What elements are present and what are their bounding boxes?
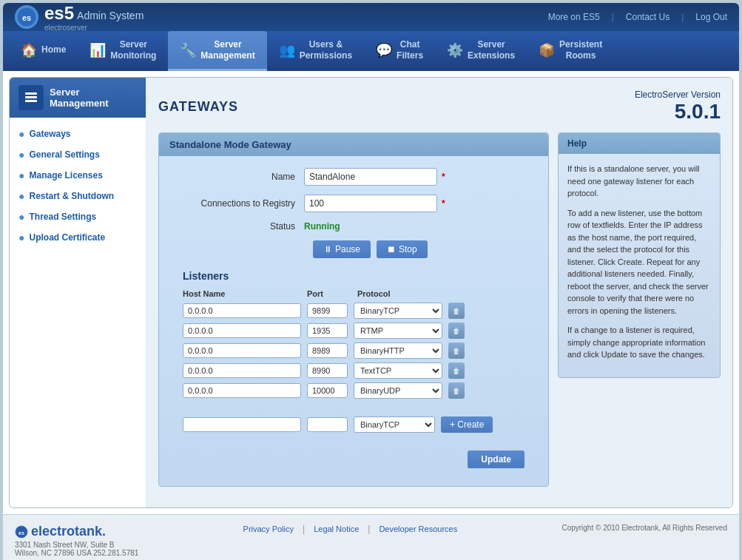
add-port-input[interactable] <box>307 417 348 432</box>
home-icon: 🏠 <box>21 42 37 58</box>
tab-monitoring-label: ServerMonitoring <box>110 39 156 61</box>
footer-left: es electrotank. 3301 Nash Street NW, Sui… <box>15 524 138 557</box>
add-protocol-select[interactable]: BinaryTCP RTMP BinaryHTTP TextTCP Binary… <box>354 416 435 433</box>
listener-host-input[interactable] <box>183 383 301 398</box>
delete-listener-button[interactable]: 🗑 <box>448 323 465 339</box>
sidebar-nav: ● Gateways ● General Settings ● Manage L… <box>10 118 146 254</box>
listener-protocol-select[interactable]: BinaryTCPRTMPBinaryHTTPTextTCPBinaryUDPT… <box>354 323 442 339</box>
logo-text-area: es5 Admin System electroserver <box>44 3 144 32</box>
users-icon: 👥 <box>279 42 295 58</box>
help-panel: Help If this is a standalone server, you… <box>558 132 721 378</box>
content-flex: Standalone Mode Gateway Name * Connectio… <box>158 132 721 496</box>
action-buttons: ⏸ Pause ⏹ Stop <box>304 240 536 258</box>
tab-server-extensions[interactable]: ⚙️ ServerExtensions <box>435 31 527 71</box>
add-host-input[interactable] <box>183 417 301 432</box>
link-legal[interactable]: Legal Notice <box>314 524 359 533</box>
tab-extensions-label: ServerExtensions <box>468 39 515 61</box>
footer-logo: es electrotank. <box>15 524 138 539</box>
link-dev-resources[interactable]: Developer Resources <box>379 524 457 533</box>
link-more-es5[interactable]: More on ES5 <box>548 12 600 22</box>
sep2: | <box>681 12 684 22</box>
listener-protocol-select[interactable]: BinaryTCPRTMPBinaryHTTPTextTCPBinaryUDPT… <box>354 362 442 379</box>
name-input[interactable] <box>304 168 437 186</box>
sidebar-icon-box <box>18 85 44 110</box>
listener-port-input[interactable] <box>307 363 348 378</box>
link-contact[interactable]: Contact Us <box>626 12 670 22</box>
management-icon: 🔧 <box>180 42 196 58</box>
create-button[interactable]: + Create <box>441 416 493 433</box>
sidebar-label-general: General Settings <box>29 149 99 160</box>
col-hostname: Host Name <box>183 289 301 298</box>
page-header: GATEWAYS ElectroServer Version 5.0.1 <box>158 90 721 124</box>
tab-rooms-label: PersistentRooms <box>559 39 602 61</box>
listener-host-input[interactable] <box>183 363 301 378</box>
footer-logo-icon: es <box>15 525 28 539</box>
link-privacy[interactable]: Privacy Policy <box>243 524 294 533</box>
listener-host-input[interactable] <box>183 303 301 318</box>
listener-protocol-select[interactable]: BinaryTCPRTMPBinaryHTTPTextTCPBinaryUDPT… <box>354 382 442 399</box>
version-number: 5.0.1 <box>635 100 721 124</box>
tab-server-monitoring[interactable]: 📊 ServerMonitoring <box>78 31 168 71</box>
stop-button[interactable]: ⏹ Stop <box>377 240 428 258</box>
monitoring-icon: 📊 <box>90 42 106 58</box>
help-para-3: If a change to a listener is required, s… <box>567 324 711 361</box>
delete-listener-button[interactable]: 🗑 <box>448 303 465 319</box>
sidebar-item-thread-settings[interactable]: ● Thread Settings <box>10 206 146 227</box>
tab-users-label: Users &Permissions <box>300 39 352 61</box>
add-listener-row: BinaryTCP RTMP BinaryHTTP TextTCP Binary… <box>183 408 525 433</box>
sidebar-label-licenses: Manage Licenses <box>29 170 102 181</box>
listener-port-input[interactable] <box>307 303 348 318</box>
sidebar-label-restart: Restart & Shutdown <box>29 191 114 201</box>
stop-icon: ⏹ <box>387 244 396 254</box>
bullet-gateways: ● <box>18 128 24 140</box>
listener-port-input[interactable] <box>307 343 348 358</box>
svg-rect-4 <box>25 100 37 102</box>
listener-port-input[interactable] <box>307 323 348 338</box>
pause-button[interactable]: ⏸ Pause <box>313 240 371 258</box>
bullet-licenses: ● <box>18 169 24 181</box>
svg-rect-3 <box>25 92 37 95</box>
col-port: Port <box>307 289 351 298</box>
link-logout[interactable]: Log Out <box>695 12 727 22</box>
tab-persistent-rooms[interactable]: 📦 PersistentRooms <box>527 31 614 71</box>
footer-address: 3301 Nash Street NW, Suite B Wilson, NC … <box>15 541 138 557</box>
name-row: Name * <box>171 168 536 186</box>
name-label: Name <box>171 172 304 182</box>
footer: es electrotank. 3301 Nash Street NW, Sui… <box>3 514 739 560</box>
sidebar-item-gateways[interactable]: ● Gateways <box>10 124 146 144</box>
delete-listener-button[interactable]: 🗑 <box>448 343 465 359</box>
delete-listener-button[interactable]: 🗑 <box>448 382 465 399</box>
pause-label: Pause <box>335 244 360 254</box>
chat-icon: 💬 <box>376 42 392 58</box>
tab-home[interactable]: 🏠 Home <box>9 31 78 71</box>
tab-management-label: ServerManagement <box>200 39 254 61</box>
version-box: ElectroServer Version 5.0.1 <box>635 90 721 124</box>
content-main: Standalone Mode Gateway Name * Connectio… <box>158 132 549 496</box>
connections-required: * <box>442 198 445 209</box>
status-row: Status Running <box>171 221 536 232</box>
delete-listener-button[interactable]: 🗑 <box>448 362 465 379</box>
tab-server-management[interactable]: 🔧 ServerManagement <box>168 31 266 71</box>
listener-port-input[interactable] <box>307 383 348 398</box>
listener-host-input[interactable] <box>183 343 301 358</box>
help-header: Help <box>559 133 720 154</box>
listener-protocol-select[interactable]: BinaryTCPRTMPBinaryHTTPTextTCPBinaryUDPT… <box>354 303 442 319</box>
update-button[interactable]: Update <box>468 451 525 468</box>
name-required: * <box>442 172 445 182</box>
svg-text:es: es <box>22 13 31 22</box>
sidebar-label-cert: Upload Certificate <box>29 232 105 243</box>
tab-chat-filters[interactable]: 💬 ChatFilters <box>364 31 435 71</box>
sidebar-item-restart-shutdown[interactable]: ● Restart & Shutdown <box>10 186 146 206</box>
logo-area: es es5 Admin System electroserver <box>15 3 144 32</box>
listener-protocol-select[interactable]: BinaryTCPRTMPBinaryHTTPTextTCPBinaryUDPT… <box>354 343 442 359</box>
sidebar-item-upload-certificate[interactable]: ● Upload Certificate <box>10 227 146 248</box>
tab-users-permissions[interactable]: 👥 Users &Permissions <box>267 31 364 71</box>
listener-row: BinaryTCPRTMPBinaryHTTPTextTCPBinaryUDPT… <box>183 323 525 339</box>
content-area: GATEWAYS ElectroServer Version 5.0.1 Sta… <box>146 78 732 507</box>
bullet-general: ● <box>18 149 24 161</box>
sidebar-item-general-settings[interactable]: ● General Settings <box>10 144 146 165</box>
connections-input[interactable] <box>304 195 437 212</box>
gateway-panel-body: Name * Connections to Registry * Status <box>159 156 548 486</box>
sidebar-item-manage-licenses[interactable]: ● Manage Licenses <box>10 165 146 186</box>
listener-host-input[interactable] <box>183 323 301 338</box>
